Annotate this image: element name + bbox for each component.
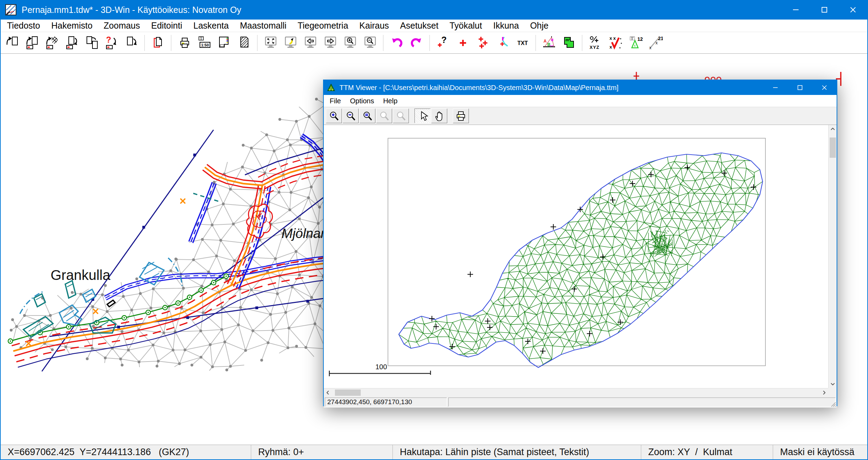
ttm-menu-item-help[interactable]: Help — [379, 97, 402, 105]
survey-vertex — [186, 316, 189, 319]
survey-line — [42, 130, 214, 371]
undo-button[interactable] — [387, 34, 406, 52]
menu-item-hakemisto[interactable]: Hakemisto — [46, 20, 98, 32]
view-previous-button[interactable] — [300, 34, 320, 52]
ttm-zoom-fit-icon — [361, 110, 374, 122]
hscroll-thumb[interactable] — [335, 389, 361, 396]
print-scale-button[interactable]: 1:50x — [194, 34, 214, 52]
svg-text:A: A — [544, 39, 547, 44]
point-numbering-button[interactable]: 21xx — [645, 34, 665, 52]
scroll-left-icon[interactable] — [324, 388, 332, 397]
scroll-right-icon[interactable] — [820, 388, 828, 397]
menu-item-ikkuna[interactable]: Ikkuna — [488, 20, 525, 32]
minimize-button[interactable] — [781, 0, 810, 20]
redo-button[interactable] — [406, 34, 426, 52]
menu-item-tiegeometria[interactable]: Tiegeometria — [292, 20, 354, 32]
scroll-down-icon[interactable] — [829, 380, 837, 388]
menu-item-asetukset[interactable]: Asetukset — [395, 20, 444, 32]
menu-item-tiedosto[interactable]: Tiedosto — [1, 20, 46, 32]
road-centerline — [191, 183, 214, 242]
add-point-button[interactable] — [453, 34, 473, 52]
ttm-select-button[interactable] — [414, 109, 431, 123]
point-info-button[interactable]: ? — [433, 34, 453, 52]
survey-vertex — [306, 300, 309, 303]
building-hatch — [63, 310, 76, 321]
zoom-out-view-icon — [362, 35, 378, 51]
drawing-area: 900GrankullaMjölnar TTM Viewer - [C:\Use… — [1, 54, 867, 445]
ttm-menu-item-file[interactable]: File — [325, 97, 345, 105]
maximize-button[interactable] — [810, 0, 839, 20]
edit-points-button[interactable] — [473, 34, 493, 52]
measure-angle-button[interactable]: ABα — [539, 34, 559, 52]
hscroll-track[interactable] — [332, 388, 820, 396]
show-coordinates-icon: XYZ — [588, 35, 603, 51]
ttm-map-view[interactable]: 100 — [324, 125, 828, 387]
svg-text:12: 12 — [637, 36, 643, 42]
menu-item-ohje[interactable]: Ohje — [524, 20, 554, 32]
drawing-settings-button[interactable] — [214, 34, 234, 52]
edit-text-button[interactable]: TXT — [512, 34, 532, 52]
ttm-vertical-scrollbar[interactable] — [828, 125, 837, 388]
mesh-lines — [11, 98, 327, 371]
model-boundary — [399, 153, 763, 368]
save-file-button[interactable] — [62, 34, 82, 52]
ttm-zoom-out-icon — [344, 110, 357, 122]
ttm-close-button[interactable] — [812, 80, 837, 95]
open-file-format-icon — [24, 35, 40, 51]
ttm-maximize-button[interactable] — [788, 80, 812, 95]
triangle-model-icon: xx12 — [628, 35, 643, 51]
export-file-button[interactable] — [121, 34, 141, 52]
scroll-up-icon[interactable] — [829, 125, 837, 133]
unknown-format-button[interactable]: ? — [102, 34, 121, 52]
convert-file-button[interactable] — [82, 34, 102, 52]
zoom-in-view-button[interactable] — [340, 34, 360, 52]
vscroll-track[interactable] — [829, 133, 837, 380]
redraw-view-button[interactable] — [280, 34, 300, 52]
measure-area-button[interactable]: m² — [559, 34, 579, 52]
menu-item-ty-kalut[interactable]: Työkalut — [444, 20, 488, 32]
ttm-print-button[interactable] — [453, 109, 469, 123]
ttm-zoom-in-button[interactable] — [326, 109, 342, 123]
copy-drawing-button[interactable] — [148, 34, 168, 52]
redraw-view-icon — [283, 35, 298, 51]
check-points-button[interactable]: x xx — [605, 34, 625, 52]
ttm-zoom-fit-button[interactable] — [359, 109, 375, 123]
road-line — [267, 174, 328, 194]
menu-item-editointi[interactable]: Editointi — [145, 20, 188, 32]
convert-file-icon — [84, 35, 99, 51]
point-numbering-icon: 21xx — [648, 35, 663, 51]
toolbar: ?1:50x?TXTABαm²XYZx xxxx1221xx — [1, 32, 867, 54]
ttm-pan-button[interactable] — [431, 109, 447, 123]
print-button[interactable] — [174, 34, 194, 52]
open-file-button[interactable] — [2, 34, 22, 52]
svg-text:21: 21 — [658, 36, 663, 41]
app-icon — [5, 4, 17, 16]
ttm-print-icon — [454, 110, 467, 122]
ttm-menu-item-options[interactable]: Options — [345, 97, 379, 105]
edit-line-button[interactable] — [493, 34, 512, 52]
menu-item-maastomalli[interactable]: Maastomalli — [234, 20, 292, 32]
print-scale-icon: 1:50x — [197, 35, 212, 51]
ttm-map-area[interactable]: 100 — [324, 125, 828, 388]
view-next-button[interactable] — [320, 34, 340, 52]
fill-settings-button[interactable] — [234, 34, 254, 52]
vscroll-thumb[interactable] — [830, 138, 836, 158]
building-hatch — [85, 293, 92, 297]
ttm-minimize-button[interactable] — [763, 80, 788, 95]
triangle-model-button[interactable]: xx12 — [625, 34, 645, 52]
open-file-format-button[interactable] — [22, 34, 42, 52]
fit-view-button[interactable] — [261, 34, 280, 52]
ttm-zoom-out-button[interactable] — [343, 109, 359, 123]
menu-item-laskenta[interactable]: Laskenta — [188, 20, 234, 32]
ttm-horizontal-scrollbar[interactable] — [324, 388, 828, 396]
menu-item-kairaus[interactable]: Kairaus — [354, 20, 395, 32]
ttm-window-title: TTM Viewer - [C:\Users\petri.kaihia\Docu… — [339, 84, 763, 92]
menu-item-zoomaus[interactable]: Zoomaus — [98, 20, 145, 32]
zoom-out-view-button[interactable] — [360, 34, 380, 52]
import-file-button[interactable] — [42, 34, 62, 52]
show-coordinates-button[interactable]: XYZ — [585, 34, 605, 52]
close-button[interactable] — [839, 0, 867, 20]
resize-grip[interactable] — [830, 401, 836, 407]
chain-marker-dot — [177, 302, 179, 304]
building-hatch — [67, 284, 73, 287]
